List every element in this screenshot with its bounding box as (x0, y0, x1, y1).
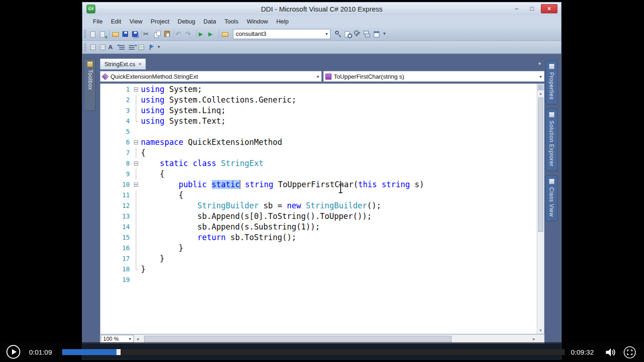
scroll-up-icon[interactable]: ▲ (537, 90, 544, 97)
line-number: 17 (100, 253, 133, 264)
toolbar-grip[interactable] (84, 30, 86, 38)
code-line: 1using System; (100, 84, 537, 95)
browse-icon[interactable] (220, 29, 230, 39)
chevron-down-icon[interactable]: ▾ (314, 74, 321, 79)
start-debug-icon[interactable] (198, 29, 208, 39)
chevron-down-icon[interactable]: ▾ (323, 31, 330, 36)
undo-icon[interactable] (175, 29, 185, 39)
save-all-icon[interactable] (130, 29, 140, 39)
menu-edit[interactable]: Edit (107, 17, 125, 26)
tab-close-icon[interactable]: × (139, 62, 141, 67)
tab-solution-explorer[interactable]: Solution Explorer (545, 109, 557, 171)
paste-icon[interactable] (162, 29, 172, 39)
member-list-icon[interactable] (88, 42, 98, 52)
editor-pane: StringExt.cs × ▾ QuickExtensionMethod.St… (100, 58, 545, 344)
horizontal-scrollbar[interactable] (141, 335, 530, 343)
line-number: 11 (100, 190, 133, 201)
toolbox-label: Toolbox (87, 69, 93, 90)
run-icon[interactable] (208, 29, 217, 39)
title-bar[interactable]: DDI - Microsoft Visual C# 2010 Express –… (82, 2, 561, 15)
fold-collapse-icon[interactable] (133, 158, 141, 169)
text-size-icon[interactable] (108, 42, 117, 52)
chevron-down-icon[interactable]: ▾ (127, 336, 133, 341)
redo-icon[interactable] (185, 29, 195, 39)
menu-project[interactable]: Project (146, 17, 173, 26)
close-button[interactable]: × (541, 4, 557, 13)
vertical-scroll-thumb[interactable] (538, 98, 543, 232)
method-icon (325, 74, 331, 80)
menu-debug[interactable]: Debug (174, 17, 199, 26)
new-project-icon[interactable] (88, 29, 98, 39)
vertical-scrollbar[interactable]: ▲ ▼ (537, 84, 544, 334)
code-surface[interactable]: 1using System;2using System.Collections.… (100, 84, 537, 285)
code-line: 19 (100, 275, 537, 285)
menu-window[interactable]: Window (243, 17, 272, 26)
progress-bar[interactable] (62, 349, 565, 355)
line-number: 8 (100, 158, 133, 169)
code-line: 14 sb.Append(s.Substring(1)); (100, 222, 537, 232)
parameter-info-icon[interactable] (98, 42, 108, 52)
code-text: using System.Linq; (141, 105, 226, 116)
solution-explorer-icon[interactable] (362, 29, 372, 39)
members-dropdown[interactable]: ToUpperFirstChar(string s) ▾ (323, 71, 545, 82)
configuration-combo[interactable]: consultant3 ▾ (233, 29, 331, 39)
code-text: } (141, 264, 145, 275)
tab-stringext[interactable]: StringExt.cs × (100, 58, 146, 69)
code-line: 18} (100, 264, 537, 275)
indent-increase-icon[interactable] (127, 42, 137, 52)
volume-icon[interactable] (604, 346, 616, 358)
menu-data[interactable]: Data (199, 17, 220, 26)
splitter-handle[interactable] (537, 84, 544, 90)
add-item-icon[interactable] (98, 29, 108, 39)
fold-collapse-icon[interactable] (133, 179, 141, 190)
open-file-icon[interactable] (111, 29, 121, 39)
progress-handle[interactable] (116, 349, 121, 355)
fold-guide (133, 222, 141, 232)
line-number: 18 (100, 264, 133, 275)
overflow-icon[interactable] (156, 42, 166, 52)
menu-tools[interactable]: Tools (220, 17, 243, 26)
chevron-down-icon[interactable]: ▾ (537, 74, 544, 79)
options-icon[interactable] (353, 29, 362, 39)
find-icon[interactable] (333, 29, 343, 39)
cut-icon[interactable] (143, 29, 153, 39)
types-dropdown[interactable]: QuickExtensionMethod.StringExt ▾ (100, 71, 322, 82)
play-button[interactable] (6, 345, 20, 359)
scroll-left-icon[interactable]: ◂ (134, 336, 141, 341)
scroll-down-icon[interactable]: ▼ (537, 327, 544, 334)
code-line: 7{ (100, 148, 537, 158)
save-icon[interactable] (121, 29, 130, 39)
tab-properties[interactable]: Properties (545, 60, 557, 104)
tab-class-view[interactable]: Class View (545, 175, 557, 221)
properties-icon (549, 63, 555, 69)
menu-view[interactable]: View (125, 17, 146, 26)
code-text: { (141, 169, 164, 179)
fullscreen-icon[interactable] (623, 346, 636, 359)
minimize-button[interactable]: – (510, 4, 523, 13)
solution-explorer-icon (549, 112, 555, 118)
document-list-dropdown-icon[interactable]: ▾ (538, 61, 541, 67)
comment-icon[interactable] (137, 42, 146, 52)
scroll-right-icon[interactable]: ▸ (530, 336, 538, 341)
zoom-combo[interactable]: 100 % ▾ (101, 335, 134, 343)
horizontal-scroll-thumb[interactable] (144, 336, 452, 342)
bookmark-icon[interactable] (146, 42, 156, 52)
code-editor[interactable]: 1using System;2using System.Collections.… (100, 83, 545, 334)
overflow-icon[interactable] (382, 29, 391, 39)
toolbox-tab[interactable]: Toolbox (85, 58, 96, 111)
properties-window-icon[interactable] (372, 29, 382, 39)
fold-collapse-icon[interactable] (133, 137, 141, 148)
menu-file[interactable]: File (89, 17, 107, 26)
toolbar-grip[interactable] (84, 43, 86, 52)
class-view-icon (549, 178, 555, 184)
indent-decrease-icon[interactable] (117, 42, 127, 52)
maximize-button[interactable]: □ (525, 4, 539, 13)
player-bar: 0:01:09 0:09:32 (0, 342, 644, 362)
document-tabstrip: StringExt.cs × ▾ (100, 58, 545, 69)
fold-collapse-icon[interactable] (133, 84, 141, 95)
find-in-files-icon[interactable] (343, 29, 353, 39)
copy-icon[interactable] (153, 29, 162, 39)
menu-help[interactable]: Help (272, 17, 293, 26)
code-line: 11 { (100, 190, 537, 201)
code-text: using System.Text; (141, 116, 226, 126)
